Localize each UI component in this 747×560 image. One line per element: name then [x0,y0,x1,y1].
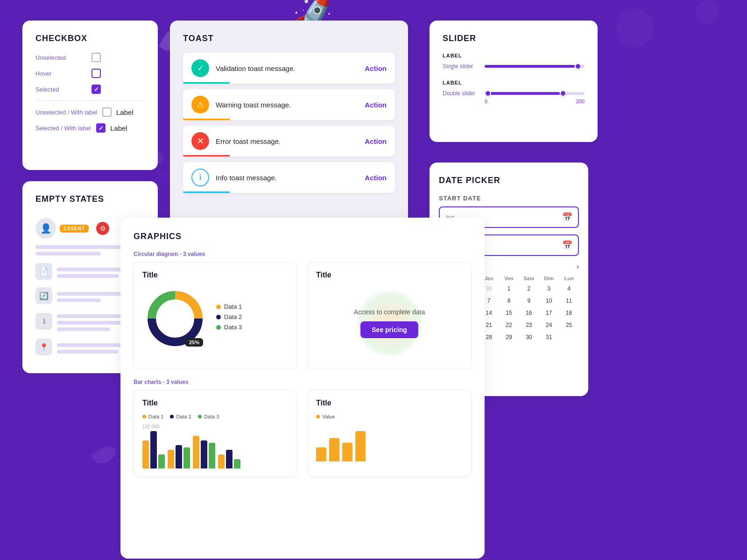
bottom-chart-row: Title Data 1 Data 2 Data 3 [134,390,472,477]
calendar-day[interactable]: 4 [559,283,579,294]
toast-info-action[interactable]: Action [365,174,387,182]
bar1-col-1 [316,447,326,461]
checkbox-with-label-selected[interactable]: ✓ [96,123,106,133]
calendar-day[interactable]: 11 [559,295,579,306]
bar3-legend-2: Data 2 [170,414,191,419]
calendar-day[interactable]: 22 [499,319,519,331]
legend-item-3: Data 3 [216,324,242,331]
legend-label-3: Data 3 [224,324,242,331]
calendar-day[interactable]: 29 [499,332,519,343]
calendar-day[interactable]: 15 [499,307,519,319]
checkbox-with-label-selected-label: Selected / With label [35,125,92,132]
slider-label-1: LABEL [443,53,585,58]
free-account-content: Access to complete data See pricing [316,286,463,361]
checkbox-unselected[interactable] [92,53,101,62]
toast-success-underline [183,82,230,84]
empty-line-1 [35,245,123,249]
checkbox-label-unselected: Unselected [35,54,92,61]
bar3-dot-1 [142,415,146,418]
calendar-day[interactable]: 2 [519,283,539,294]
calendar-day[interactable]: 16 [519,307,539,319]
checkbox-label-str-1: Label [116,108,134,116]
toast-title: TOAST [183,34,395,43]
legend-dot-3 [216,325,221,330]
bar-col-3 [193,436,215,468]
slider-card: SLIDER LABEL Single slider LABEL Double … [430,21,598,142]
empty-icon-2: 🔄 [35,287,52,304]
calendar-day[interactable]: 23 [519,319,539,331]
empty-icon-1: 📄 [35,263,52,280]
calendar-day[interactable]: 3 [539,283,559,294]
empty-line-6 [57,298,101,302]
calendar-day[interactable]: 25 [559,319,579,331]
bar3-label-1: Data 1 [148,414,163,419]
bar1-col-3 [342,443,352,461]
start-date-label: START DATE [439,195,579,202]
bar1-legend-1: Value [316,414,335,419]
empty-icon-3: ⬇ [35,313,52,330]
checkbox-row-selected: Selected ✓ [35,85,145,94]
slider-min-label: 0 [485,99,487,104]
calendar-day[interactable]: 17 [539,307,559,319]
calendar-icon-1[interactable]: 📅 [562,212,572,222]
bar-2-1 [168,450,174,468]
free-account-title: Title [316,271,463,279]
donut-legend: Data 1 Data 2 Data 3 [216,303,242,334]
bar-col-1 [142,431,165,468]
bar1-label-1: Value [322,414,335,419]
legend-label-1: Data 1 [224,303,242,310]
calendar-day[interactable]: 1 [499,283,519,294]
calendar-day[interactable]: 10 [539,295,559,306]
single-slider-thumb[interactable] [575,63,581,70]
single-slider-track[interactable] [485,65,585,68]
empty-line-11 [57,350,119,354]
bar3-dot-2 [170,415,174,418]
bar3-legend-3: Data 3 [198,414,219,419]
checkbox-label-str-2: Label [110,124,127,132]
calendar-day[interactable] [559,332,579,343]
checkbox-selected[interactable]: ✓ [92,85,101,94]
calendar-next-arrow[interactable]: › [577,262,579,271]
bar3-dot-3 [198,415,202,418]
bar-1-3 [158,454,165,468]
calendar-day[interactable]: 24 [539,319,559,331]
bar3-chart-box: Title Data 1 Data 2 Data 3 [134,390,298,477]
calendar-day[interactable]: 31 [539,332,559,343]
bar1-chart-box: Title Value [307,390,472,477]
toast-item-info: i Info toast message. Action [183,162,395,193]
free-account-message: Access to complete data [354,308,425,316]
bar1-area [316,424,463,461]
bar3-label-3: Data 3 [204,414,219,419]
toast-error-action[interactable]: Action [365,137,387,145]
calendar-day[interactable]: 18 [559,307,579,319]
double-slider-track[interactable] [485,92,585,95]
see-pricing-button[interactable]: See pricing [360,321,418,338]
bar1-4 [355,431,366,461]
toast-warning-action[interactable]: Action [365,101,387,109]
bar3-legend: Data 1 Data 2 Data 3 [142,414,289,419]
toast-success-action[interactable]: Action [365,64,387,72]
donut-chart-box: Title 25% [134,262,298,369]
bar-3-2 [201,440,207,468]
bar-3-3 [209,443,215,468]
checkbox-with-label-unselected[interactable] [102,107,112,117]
toast-error-msg: Error toast message. [216,137,358,145]
checkbox-with-label-selected-row: Selected / With label ✓ Label [35,123,145,133]
toast-warning-underline [183,119,230,120]
calendar-day[interactable]: 30 [519,332,539,343]
double-slider-thumb-right[interactable] [560,90,566,97]
calendar-icon-2[interactable]: 📅 [562,240,572,250]
checkbox-with-label-unselected-label: Unselected / With label [35,109,98,116]
bar3-area [142,431,289,468]
checkbox-title: CHECKBOX [35,34,145,43]
toast-item-warning: ⚠ Warning toast message. Action [183,89,395,120]
donut-title: Title [142,271,289,279]
checkbox-hover[interactable] [92,69,101,78]
bar-2-3 [183,447,190,468]
calendar-day[interactable]: 8 [499,295,519,306]
bar1-3 [342,443,352,461]
double-slider-thumb-left[interactable] [485,90,491,97]
checkbox-row-hover: Hover [35,69,145,78]
calendar-day[interactable]: 9 [519,295,539,306]
checkbox-card: CHECKBOX Unselected Hover Selected ✓ Uns… [22,21,158,170]
